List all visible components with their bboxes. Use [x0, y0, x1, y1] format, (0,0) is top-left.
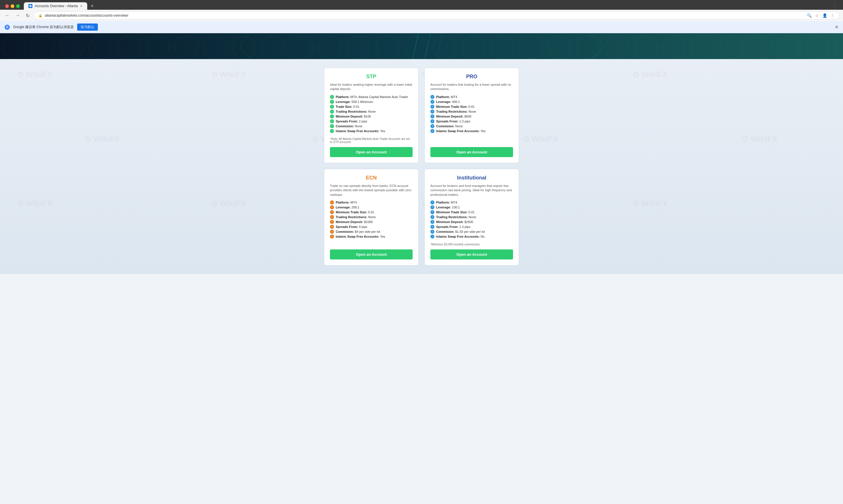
back-button[interactable]: ←	[3, 12, 12, 19]
refresh-button[interactable]: ↻	[24, 12, 31, 19]
account-card-stp: STP Ideal for traders seeking higher lev…	[324, 68, 419, 163]
feature-item: ✓ Platform: MT4	[330, 200, 413, 204]
feature-item: ✓ Minimum Deposit: $100	[330, 114, 413, 119]
feature-item: ✓ Minimum Trade Size: 0.01	[430, 210, 513, 214]
feature-text: Platform: MT4	[436, 201, 457, 204]
feature-check-icon: ✓	[430, 95, 434, 99]
feature-text: Islamic Swap Free Accounts: Yes	[336, 235, 385, 238]
card-features-ecn: ✓ Platform: MT4 ✓ Leverage: 200:1 ✓ Mini…	[330, 200, 413, 246]
feature-item: ✓ Minimum Deposit: $2500	[430, 220, 513, 224]
feature-text: Trading Restrictions: None	[336, 215, 376, 219]
feature-check-icon: ✓	[430, 200, 434, 204]
feature-check-icon: ✓	[330, 230, 334, 234]
feature-text: Platform: MT4	[336, 201, 357, 204]
feature-text: Islamic Swap Free Accounts: No	[436, 235, 485, 238]
address-bar[interactable]: 🔒 atlantacapitalmarkets.com/account/acco…	[34, 12, 840, 19]
feature-item: ✓ Leverage: 500:1 Minimum	[330, 100, 413, 104]
feature-check-icon: ✓	[330, 129, 334, 133]
feature-check-icon: ✓	[430, 119, 434, 123]
card-description-institutional: Account for brokers and fund managers th…	[430, 184, 513, 197]
close-window-button[interactable]	[5, 4, 9, 8]
open-account-button-ecn[interactable]: Open an Account	[330, 249, 413, 259]
open-account-button-institutional[interactable]: Open an Account	[430, 249, 513, 259]
feature-text: Islamic Swap Free Accounts: Yes	[336, 129, 385, 133]
feature-text: Minimum Deposit: $100	[336, 115, 371, 118]
feature-text: Commision: $1.50 per side per lot	[436, 230, 485, 233]
feature-check-icon: ✓	[430, 100, 434, 104]
maximize-window-button[interactable]	[16, 4, 20, 8]
account-card-institutional: Institutional Account for brokers and fu…	[424, 169, 519, 266]
feature-check-icon: ✓	[330, 119, 334, 123]
feature-check-icon: ✓	[330, 109, 334, 113]
card-title-stp: STP	[330, 74, 413, 80]
svg-line-2	[410, 33, 422, 59]
card-note-institutional: *Minimum $3,000 monthly commission.	[430, 243, 513, 246]
feature-item: ✓ Commision: None	[330, 124, 413, 128]
feature-check-icon: ✓	[330, 220, 334, 224]
tab-favicon	[29, 4, 32, 8]
feature-check-icon: ✓	[330, 114, 334, 119]
open-account-button-pro[interactable]: Open an Account	[430, 147, 513, 157]
set-default-button[interactable]: 设为默认	[77, 23, 98, 31]
browser-chrome: Accounts Overview - Atlanta ✕ + ⋮ ← → ↻ …	[0, 0, 843, 33]
bookmark-icon[interactable]: ☆	[815, 13, 819, 18]
new-tab-button[interactable]: +	[88, 3, 96, 9]
hero-section	[0, 33, 843, 59]
feature-item: ✓ Commision: $4 per side per lot	[330, 230, 413, 234]
feature-check-icon: ✓	[330, 215, 334, 219]
feature-item: ✓ Minimum Trade Size: 0.01	[430, 105, 513, 109]
address-bar-icons: 🔍 ☆ 👤 ⋮	[807, 13, 835, 18]
lock-icon: 🔒	[38, 14, 42, 17]
feature-text: Trade Size: 0.01	[336, 105, 360, 108]
feature-item: ✓ Leverage: 400:1	[430, 100, 513, 104]
feature-check-icon: ✓	[430, 109, 434, 113]
feature-check-icon: ✓	[330, 235, 334, 238]
info-bar: G Google 建议将 Chrome 设为默认浏览器 设为默认 ✕	[0, 21, 843, 33]
cards-container: STP Ideal for traders seeking higher lev…	[318, 68, 525, 266]
feature-text: Leverage: 500:1 Minimum	[336, 100, 373, 104]
feature-check-icon: ✓	[430, 210, 434, 214]
search-icon[interactable]: 🔍	[807, 13, 812, 18]
feature-check-icon: ✓	[330, 225, 334, 229]
feature-item: ✓ Platform: MT4, Atlanta Capital Markets…	[330, 95, 413, 99]
browser-menu-button[interactable]: ⋮	[832, 3, 837, 9]
feature-item: ✓ Spreads From: 1.3 pips	[430, 119, 513, 123]
card-description-ecn: Trade on raw spreads directly from banks…	[330, 184, 413, 197]
profile-icon[interactable]: 👤	[822, 13, 827, 18]
feature-check-icon: ✓	[430, 124, 434, 128]
feature-text: Spreads From: 2 pips	[336, 120, 367, 123]
active-tab[interactable]: Accounts Overview - Atlanta ✕	[24, 2, 87, 10]
feature-check-icon: ✓	[330, 95, 334, 99]
address-bar-row: ← → ↻ 🔒 atlantacapitalmarkets.com/accoun…	[0, 10, 843, 21]
feature-check-icon: ✓	[430, 205, 434, 209]
feature-text: Commision: $4 per side per lot	[336, 230, 380, 233]
more-options-icon[interactable]: ⋮	[831, 13, 835, 18]
info-bar-close-button[interactable]: ✕	[835, 24, 838, 30]
traffic-lights	[2, 3, 23, 10]
feature-text: Leverage: 200:1	[336, 205, 360, 209]
card-features-pro: ✓ Platform: MT4 ✓ Leverage: 400:1 ✓ Mini…	[430, 95, 513, 144]
feature-item: ✓ Spreads From: 1.3 pips	[430, 225, 513, 229]
feature-item: ✓ Trade Size: 0.01	[330, 105, 413, 109]
feature-check-icon: ✓	[330, 124, 334, 128]
feature-text: Minimum Deposit: $500	[436, 115, 471, 118]
feature-item: ✓ Commision: None	[430, 124, 513, 128]
open-account-button-stp[interactable]: Open an Account	[330, 147, 413, 157]
tab-title: Accounts Overview - Atlanta	[35, 4, 78, 8]
card-features-stp: ✓ Platform: MT4, Atlanta Capital Markets…	[330, 95, 413, 134]
feature-check-icon: ✓	[430, 105, 434, 109]
minimize-window-button[interactable]	[11, 4, 14, 8]
card-title-institutional: Institutional	[430, 175, 513, 181]
feature-check-icon: ✓	[430, 235, 434, 238]
feature-item: ✓ Islamic Swap Free Accounts: Yes	[430, 129, 513, 133]
svg-rect-1	[0, 33, 843, 59]
svg-point-5	[241, 33, 602, 59]
feature-item: ✓ Islamic Swap Free Accounts: Yes	[330, 235, 413, 238]
tab-close-button[interactable]: ✕	[80, 4, 83, 8]
feature-text: Spreads From: 0 pips	[336, 225, 367, 229]
forward-button[interactable]: →	[14, 12, 22, 19]
url-text: atlantacapitalmarkets.com/account/accoun…	[45, 14, 805, 17]
feature-text: Commision: None	[436, 124, 463, 128]
account-card-ecn: ECN Trade on raw spreads directly from b…	[324, 169, 419, 266]
card-title-pro: PRO	[430, 74, 513, 80]
